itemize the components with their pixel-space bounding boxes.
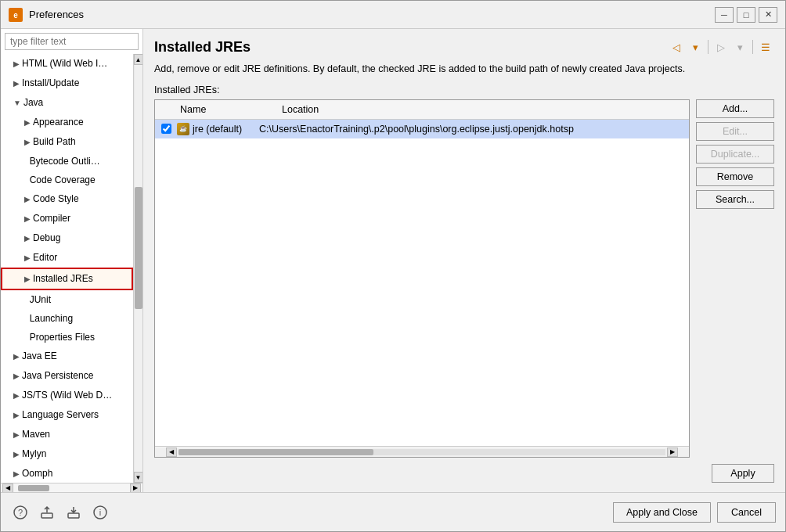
- panel-toolbar: ◁ ▾ ▷ ▾ ☰: [668, 38, 774, 56]
- svg-text:i: i: [99, 508, 101, 517]
- add-button[interactable]: Add...: [696, 99, 774, 118]
- jre-table-header: Name Location: [155, 100, 689, 120]
- sidebar-item-properties-files[interactable]: Properties Files: [1, 328, 133, 347]
- jre-action-buttons: Add... Edit... Duplicate... Remove Searc…: [696, 99, 774, 458]
- right-panel: Installed JREs ◁ ▾ ▷ ▾ ☰ Add, remove or …: [143, 29, 785, 492]
- export-icon: [40, 505, 54, 519]
- sidebar-item-build-path[interactable]: ▶Build Path: [1, 132, 133, 152]
- sidebar-item-js-ts[interactable]: ▶JS/TS (Wild Web D…: [1, 386, 133, 405]
- svg-text:?: ?: [18, 508, 23, 517]
- svg-rect-5: [68, 513, 79, 518]
- panel-header: Installed JREs ◁ ▾ ▷ ▾ ☰: [154, 38, 774, 56]
- vscroll-track: [135, 65, 142, 472]
- vscroll-down-arrow[interactable]: ▼: [134, 472, 143, 483]
- toolbar-forward-dropdown-button[interactable]: ▾: [731, 38, 748, 56]
- edit-button[interactable]: Edit...: [696, 122, 774, 141]
- sidebar-item-bytecode-outline[interactable]: Bytecode Outli…: [1, 152, 133, 171]
- duplicate-button[interactable]: Duplicate...: [696, 145, 774, 164]
- toolbar-back-button[interactable]: ◁: [668, 38, 685, 56]
- info-button[interactable]: i: [90, 502, 110, 523]
- jre-table-footer: ◀ ▶: [155, 446, 689, 457]
- sidebar-item-code-coverage[interactable]: Code Coverage: [1, 171, 133, 189]
- svg-text:e: e: [13, 11, 18, 20]
- jre-icon: ☕: [177, 123, 189, 135]
- sidebar-item-code-style[interactable]: ▶Code Style: [1, 189, 133, 209]
- hscroll-left[interactable]: ◀: [166, 448, 177, 457]
- sidebar: ▶HTML (Wild Web I… ▶Install/Update ▼Java…: [1, 29, 143, 492]
- sidebar-item-compiler[interactable]: ▶Compiler: [1, 209, 133, 228]
- bottom-left-icons: ? i: [10, 502, 110, 523]
- sidebar-item-install-update[interactable]: ▶Install/Update: [1, 74, 133, 93]
- jre-row-name-cell: ☕ jre (default): [174, 121, 256, 137]
- hscroll-thumb[interactable]: [18, 485, 49, 491]
- sidebar-item-junit[interactable]: JUnit: [1, 290, 133, 309]
- sidebar-item-debug[interactable]: ▶Debug: [1, 228, 133, 248]
- sidebar-item-maven[interactable]: ▶Maven: [1, 425, 133, 444]
- toolbar-menu-button[interactable]: ☰: [757, 38, 774, 56]
- jre-row-name: jre (default): [193, 124, 242, 135]
- apply-button[interactable]: Apply: [712, 464, 774, 483]
- cancel-button[interactable]: Cancel: [717, 502, 776, 523]
- hscroll-left-arrow[interactable]: ◀: [2, 483, 13, 493]
- sidebar-scroll-area: ▶HTML (Wild Web I… ▶Install/Update ▼Java…: [1, 54, 142, 483]
- apply-and-close-button[interactable]: Apply and Close: [613, 502, 711, 523]
- sidebar-item-language-servers[interactable]: ▶Language Servers: [1, 405, 133, 425]
- help-button[interactable]: ?: [10, 502, 31, 523]
- jre-row-location-cell: C:\Users\EnactorTraining\.p2\pool\plugin…: [256, 122, 689, 136]
- jre-row-checkbox[interactable]: [161, 124, 171, 134]
- sidebar-item-appearance[interactable]: ▶Appearance: [1, 113, 133, 132]
- vscroll-thumb[interactable]: [135, 187, 142, 309]
- expand-arrow-build-path: ▶: [24, 135, 31, 150]
- table-row[interactable]: ☕ jre (default) C:\Users\EnactorTraining…: [155, 120, 689, 138]
- minimize-button[interactable]: ─: [715, 7, 734, 23]
- main-content: ▶HTML (Wild Web I… ▶Install/Update ▼Java…: [1, 29, 785, 492]
- expand-arrow-maven: ▶: [13, 427, 20, 443]
- search-button[interactable]: Search...: [696, 190, 774, 209]
- close-button[interactable]: ✕: [759, 7, 777, 23]
- expand-arrow-java-persistence: ▶: [13, 368, 20, 384]
- sidebar-item-java-persistence[interactable]: ▶Java Persistence: [1, 366, 133, 386]
- expand-arrow-install: ▶: [13, 76, 20, 92]
- sidebar-item-installed-jres[interactable]: ▶Installed JREs: [1, 268, 133, 290]
- panel-title: Installed JREs: [154, 39, 251, 56]
- sidebar-item-oomph[interactable]: ▶Oomph: [1, 464, 133, 483]
- bottom-right-buttons: Apply and Close Cancel: [613, 502, 776, 523]
- sidebar-item-html-wildweb[interactable]: ▶HTML (Wild Web I…: [1, 54, 133, 74]
- col-header-location: Location: [276, 102, 689, 117]
- sidebar-vertical-scrollbar: ▲ ▼: [133, 54, 142, 483]
- hscroll-right[interactable]: ▶: [667, 448, 678, 457]
- vscroll-up-arrow[interactable]: ▲: [134, 54, 143, 65]
- sidebar-item-editor[interactable]: ▶Editor: [1, 248, 133, 268]
- sidebar-tree: ▶HTML (Wild Web I… ▶Install/Update ▼Java…: [1, 54, 133, 483]
- jre-table: Name Location ☕ jre (default): [154, 99, 690, 458]
- maximize-button[interactable]: □: [737, 7, 755, 23]
- toolbar-dropdown-button[interactable]: ▾: [687, 38, 704, 56]
- toolbar-separator: [708, 40, 708, 54]
- sidebar-item-mylyn[interactable]: ▶Mylyn: [1, 444, 133, 464]
- jre-row-checkbox-cell[interactable]: [155, 124, 174, 134]
- toolbar-forward-button[interactable]: ▷: [712, 38, 730, 56]
- sidebar-item-java[interactable]: ▼Java: [1, 93, 133, 113]
- filter-input[interactable]: [5, 33, 139, 50]
- expand-arrow-editor: ▶: [24, 250, 31, 266]
- hscroll-track: [178, 449, 665, 455]
- expand-arrow-oomph: ▶: [13, 466, 20, 482]
- col-checkbox-spacer: [155, 102, 174, 117]
- jre-table-body: ☕ jre (default) C:\Users\EnactorTraining…: [155, 120, 689, 446]
- import-button[interactable]: [63, 502, 84, 523]
- window-controls: ─ □ ✕: [715, 7, 777, 23]
- export-button[interactable]: [37, 502, 57, 523]
- remove-button[interactable]: Remove: [696, 167, 774, 186]
- sidebar-item-launching[interactable]: Launching: [1, 309, 133, 328]
- hscroll-thumb[interactable]: [178, 449, 373, 455]
- sidebar-horizontal-scrollbar: ◀ ▶: [1, 483, 142, 492]
- sidebar-item-java-ee[interactable]: ▶Java EE: [1, 347, 133, 366]
- jre-section-label: Installed JREs:: [154, 84, 774, 95]
- app-icon: e: [9, 8, 23, 22]
- toolbar-separator-2: [752, 40, 753, 54]
- expand-arrow-js-ts: ▶: [13, 388, 20, 404]
- hscroll-right-arrow[interactable]: ▶: [130, 483, 141, 493]
- expand-arrow-html: ▶: [13, 56, 20, 72]
- expand-arrow-compiler: ▶: [24, 211, 31, 227]
- expand-arrow-java-ee: ▶: [13, 349, 20, 365]
